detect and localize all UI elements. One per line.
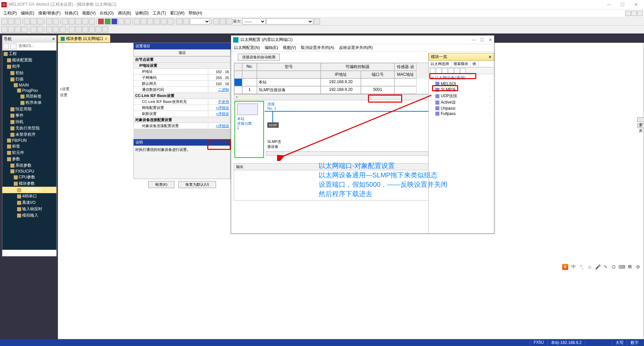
tool-n-icon[interactable] xyxy=(213,18,219,24)
ime-voice-icon[interactable]: 🎤 xyxy=(595,264,600,270)
tree-item[interactable]: 模块配置图 xyxy=(2,57,56,63)
param-row[interactable]: CC-Link IEF Basic使用有无不使用 xyxy=(134,99,231,105)
param-table[interactable]: 自节点设置IP地址设置IP地址192 . 16子网掩码255 . 25默认网关1… xyxy=(133,56,231,129)
eth-menu-cancel[interactable]: 取消设置并关闭(A) xyxy=(300,45,335,51)
module-category[interactable]: ⊟ 以太网设备(通用) xyxy=(429,75,493,81)
tree-item[interactable]: 参数 xyxy=(2,156,56,162)
menu-diagnose[interactable]: 诊断(D) xyxy=(133,10,151,17)
nav-tab-1-icon[interactable] xyxy=(3,43,9,49)
tool2-l-icon[interactable] xyxy=(82,26,88,33)
param-row[interactable]: IP地址设置 xyxy=(134,63,231,69)
nav-tree[interactable]: 工程模块配置图程序初始扫描MAINProgPou局部标签程序本体恒定周期事件待机… xyxy=(2,50,56,250)
tree-item[interactable]: 软元件 xyxy=(2,150,56,156)
nav-close-icon[interactable]: ✕ xyxy=(52,37,55,41)
ime-punct-icon[interactable]: °, xyxy=(579,264,584,270)
mod-item-active[interactable]: Active设- xyxy=(429,99,493,106)
tool2-b-icon[interactable] xyxy=(8,26,14,33)
eth-menu-view[interactable]: 视图(V) xyxy=(282,45,297,51)
tree-item[interactable]: 扫描 xyxy=(2,76,56,82)
tree-item[interactable]: 工程 xyxy=(2,51,56,57)
tool-h-icon[interactable] xyxy=(134,18,140,24)
tool-e-icon[interactable] xyxy=(89,18,95,24)
modtab-fav[interactable]: 收 xyxy=(471,61,479,67)
maximize-button[interactable]: ☐ xyxy=(616,0,629,9)
tool-b-icon[interactable] xyxy=(69,18,75,24)
ime-lang-button[interactable]: 中 xyxy=(571,264,576,270)
param-row[interactable]: 网络配置设置<详细设 xyxy=(134,105,231,111)
param-row[interactable]: 通信数据代码二进制 xyxy=(134,87,231,93)
tool-l-icon[interactable] xyxy=(161,18,167,24)
tool-blue1-icon[interactable] xyxy=(111,18,117,24)
eth-menu-config[interactable]: 以太网配置(N) xyxy=(233,45,261,51)
ime-toolbox-icon[interactable]: 🛠 xyxy=(627,264,633,270)
tree-item[interactable]: 恒定周期 xyxy=(2,106,56,112)
tree-item[interactable]: ProgPou xyxy=(2,88,56,93)
menu-search[interactable]: 搜索/替换(F) xyxy=(36,10,63,17)
tool-undo-icon[interactable] xyxy=(46,18,52,24)
tool-max-combo[interactable]: ------ xyxy=(242,18,266,24)
mdi-restore[interactable] xyxy=(631,11,637,16)
tool-q-icon[interactable] xyxy=(314,18,320,24)
tool-cut-icon[interactable] xyxy=(24,18,30,24)
tool2-a-icon[interactable] xyxy=(1,26,7,33)
tool2-k-icon[interactable] xyxy=(75,26,82,33)
side-btn-lib[interactable]: 库 xyxy=(637,123,644,128)
param-row[interactable]: 子网掩码255 . 25 xyxy=(134,75,231,81)
tree-item[interactable]: 初始 xyxy=(2,70,56,76)
eth-close-button[interactable]: ✕ xyxy=(489,38,492,42)
tool2-c-icon[interactable] xyxy=(15,26,21,33)
check-button[interactable]: 检查(K) xyxy=(148,181,175,188)
nav-tab-2-icon[interactable] xyxy=(10,43,16,49)
modtab-eth-select[interactable]: 以太网选择 xyxy=(429,61,451,67)
tool-paste-icon[interactable] xyxy=(37,18,43,24)
tool2-d-icon[interactable] xyxy=(21,26,28,33)
modtab-search[interactable]: 搜索模块 xyxy=(451,61,471,67)
eth-max-button[interactable]: ☐ xyxy=(480,38,484,42)
tool2-f-icon[interactable] xyxy=(37,26,43,33)
tree-item[interactable]: 事件 xyxy=(2,112,56,119)
tool-open-icon[interactable] xyxy=(8,18,14,24)
param-row[interactable]: 默认网关192 . 16 xyxy=(134,81,231,87)
tool2-n-icon[interactable] xyxy=(96,26,102,33)
module-tree[interactable]: ⊟ 以太网设备(通用) MELSOI- SLMP连- UDP连技- Active… xyxy=(429,74,494,117)
ime-emoji-icon[interactable]: ☺ xyxy=(587,264,592,270)
modtool-2-icon[interactable] xyxy=(436,68,441,73)
tree-item[interactable]: 485串口 xyxy=(2,193,56,199)
tree-item[interactable]: 待机 xyxy=(2,119,56,125)
modtool-1-icon[interactable] xyxy=(430,68,435,73)
minimize-button[interactable]: — xyxy=(602,0,616,9)
modtool-4-icon[interactable] xyxy=(448,68,453,73)
tool-redo-icon[interactable] xyxy=(53,18,59,24)
ime-keyboard-icon[interactable]: ⌨ xyxy=(619,264,625,270)
tree-item[interactable]: 无执行类型指 xyxy=(2,125,56,131)
param-row[interactable]: 对象设备连接配置设置 xyxy=(134,117,231,123)
tool-red1-icon[interactable] xyxy=(98,18,104,24)
module-list-close-icon[interactable]: ✕ xyxy=(488,55,492,59)
tree-item[interactable]: 模块参数 xyxy=(2,180,56,187)
tool2-m-icon[interactable] xyxy=(89,26,95,33)
tool-p-icon[interactable] xyxy=(226,18,232,24)
param-row[interactable]: 对象设备连接配置设置<详细设 xyxy=(134,123,231,129)
mod-item-melsoft[interactable]: MELSOI- xyxy=(429,81,493,86)
tree-item[interactable]: 程序 xyxy=(2,63,56,70)
param-row[interactable]: IP地址192 . 16 xyxy=(134,69,231,75)
modtool-5-icon[interactable] xyxy=(454,68,460,73)
ime-handwrite-icon[interactable]: ✎ xyxy=(603,264,608,270)
modtool-6-icon[interactable] xyxy=(460,68,466,73)
tool-green1-icon[interactable] xyxy=(105,18,111,24)
sogou-logo-icon[interactable]: S xyxy=(562,264,568,270)
tree-item[interactable]: 高速I/O xyxy=(2,199,56,206)
eth-min-button[interactable]: — xyxy=(472,38,476,42)
tool2-e-icon[interactable] xyxy=(31,26,37,33)
tool-c-icon[interactable] xyxy=(75,18,82,24)
ime-settings-icon[interactable]: ⚙ xyxy=(635,264,641,270)
auto-detect-button[interactable]: 连接设备的自动检测 xyxy=(238,54,280,61)
mdi-close[interactable] xyxy=(637,11,643,16)
menu-project[interactable]: 工程(P) xyxy=(1,10,19,17)
restore-button[interactable]: 恢复为默认(U) xyxy=(178,181,216,188)
param-row[interactable]: 自节点设置 xyxy=(134,57,231,63)
close-button[interactable]: ✕ xyxy=(629,0,643,9)
doc-tab-ethernet[interactable]: 模块参数 以太网端口 ✕ xyxy=(58,35,110,43)
eth-menu-reflect[interactable]: 反映设置并关闭(R) xyxy=(338,45,374,51)
tree-item[interactable]: 模拟输入 xyxy=(2,212,56,219)
